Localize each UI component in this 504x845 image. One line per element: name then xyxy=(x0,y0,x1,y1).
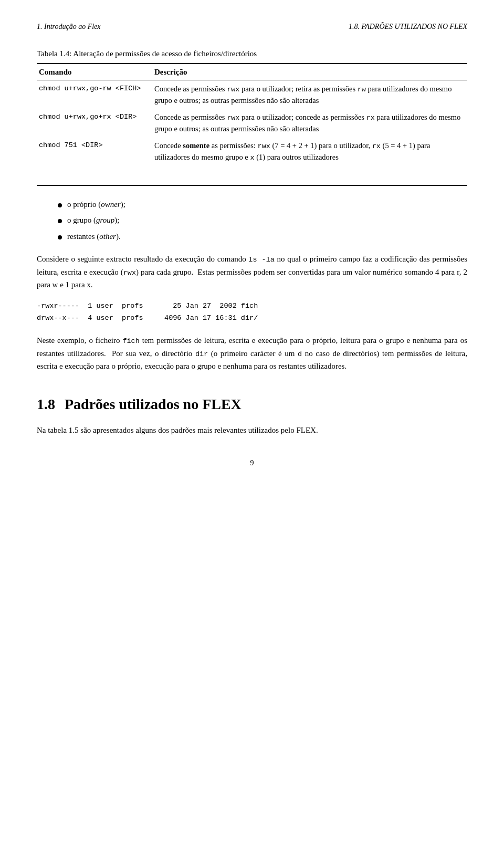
code-d: d xyxy=(298,350,302,358)
table-cell-cmd: chmod u+rwx,go-rw <FICH> xyxy=(37,80,152,109)
inline-code: rwx xyxy=(227,86,239,93)
bullet-dot xyxy=(58,203,62,207)
page-header: 1. Introdução ao Flex 1.8. PADRÕES UTILI… xyxy=(37,21,467,32)
inline-code: rw xyxy=(358,86,366,93)
code-block: -rwxr----- 1 user profs 25 Jan 27 2002 f… xyxy=(37,300,467,325)
code-rwx: rwx xyxy=(123,269,136,277)
table-cell-cmd: chmod 751 <DIR> xyxy=(37,137,152,169)
page: 1. Introdução ao Flex 1.8. PADRÕES UTILI… xyxy=(0,0,504,845)
code-text: drwx--x--- 4 user profs 4096 Jan 17 16:3… xyxy=(37,312,258,325)
list-item-text: restantes (other). xyxy=(67,231,121,243)
bullet-list: o próprio (owner); o grupo (group); rest… xyxy=(58,199,467,243)
section-number: 1.8 xyxy=(37,396,55,412)
col-command: Comando xyxy=(37,64,152,80)
code-line-2: drwx--x--- 4 user profs 4096 Jan 17 16:3… xyxy=(37,312,467,325)
code-line-1: -rwxr----- 1 user profs 25 Jan 27 2002 f… xyxy=(37,300,467,312)
table-row: chmod 751 <DIR>Concede somente as permis… xyxy=(37,137,467,169)
inline-code: rx xyxy=(372,142,381,150)
table-cell-desc: Concede as permissões rwx para o utiliza… xyxy=(152,109,467,137)
inline-code: rx xyxy=(366,114,375,122)
list-item: o próprio (owner); xyxy=(58,199,467,211)
bullet-dot xyxy=(58,235,62,239)
header-right: 1.8. PADRÕES UTILIZADOS NO FLEX xyxy=(349,21,467,32)
code-fich: fich xyxy=(122,337,139,345)
list-item-text: o próprio (owner); xyxy=(67,199,125,211)
table-caption: Tabela 1.4: Alteração de permissões de a… xyxy=(37,48,467,60)
list-item-text: o grupo (group); xyxy=(67,214,119,226)
table-cell-desc: Concede as permissões rwx para o utiliza… xyxy=(152,80,467,109)
inline-code: rwx xyxy=(258,142,270,150)
code-ls-la: ls -la xyxy=(248,256,275,264)
list-item: o grupo (group); xyxy=(58,214,467,226)
table-row: chmod u+rwx,go-rw <FICH>Concede as permi… xyxy=(37,80,467,109)
paragraph-3: Na tabela 1.5 são apresentados alguns do… xyxy=(37,424,467,436)
bullet-dot xyxy=(58,219,62,223)
section-heading-18: 1.8Padrões utilizados no FLEX xyxy=(37,393,467,415)
table-row: chmod u+rwx,go+rx <DIR>Concede as permis… xyxy=(37,109,467,137)
col-desc: Descrição xyxy=(152,64,467,80)
header-left: 1. Introdução ao Flex xyxy=(37,21,101,32)
page-number: 9 xyxy=(37,457,467,468)
code-text: -rwxr----- 1 user profs 25 Jan 27 2002 f… xyxy=(37,300,258,312)
bold-text: somente xyxy=(183,141,209,150)
code-dir: dir xyxy=(195,350,208,358)
table-bottom-line xyxy=(37,185,467,186)
list-item: restantes (other). xyxy=(58,231,467,243)
paragraph-2: Neste exemplo, o ficheiro fich tem permi… xyxy=(37,334,467,372)
section-title: Padrões utilizados no FLEX xyxy=(65,396,242,412)
table-cell-desc: Concede somente as permissões: rwx (7 = … xyxy=(152,137,467,169)
inline-code: x xyxy=(250,154,254,162)
permissions-table: Comando Descrição chmod u+rwx,go-rw <FIC… xyxy=(37,63,467,169)
table-cell-cmd: chmod u+rwx,go+rx <DIR> xyxy=(37,109,152,137)
paragraph-1: Considere o seguinte extracto resultado … xyxy=(37,253,467,291)
table-header-row: Comando Descrição xyxy=(37,64,467,80)
inline-code: rwx xyxy=(227,114,239,122)
